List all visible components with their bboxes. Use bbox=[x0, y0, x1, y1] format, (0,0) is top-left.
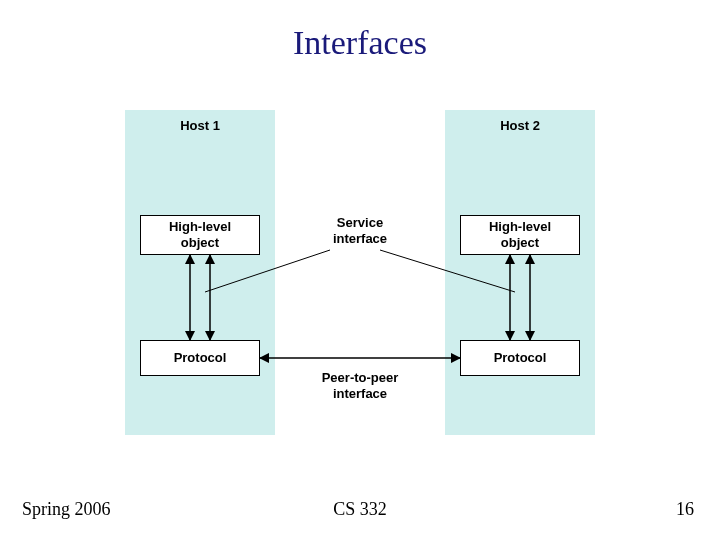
arrows-layer bbox=[0, 0, 720, 540]
label-peer-to-peer-interface: Peer-to-peerinterface bbox=[310, 370, 410, 403]
host-2-column: Host 2 bbox=[445, 110, 595, 435]
box-high-level-object-1: High-levelobject bbox=[140, 215, 260, 255]
label-service-interface: Serviceinterface bbox=[310, 215, 410, 248]
footer-center: CS 332 bbox=[0, 499, 720, 520]
host-2-label: Host 2 bbox=[445, 118, 595, 133]
footer-right: 16 bbox=[676, 499, 694, 520]
host-1-column: Host 1 bbox=[125, 110, 275, 435]
host-1-label: Host 1 bbox=[125, 118, 275, 133]
diagram-stage: Interfaces Host 1 Host 2 High-levelobjec… bbox=[0, 0, 720, 540]
box-protocol-2: Protocol bbox=[460, 340, 580, 376]
box-high-level-object-2: High-levelobject bbox=[460, 215, 580, 255]
box-protocol-1: Protocol bbox=[140, 340, 260, 376]
slide-title: Interfaces bbox=[0, 24, 720, 62]
